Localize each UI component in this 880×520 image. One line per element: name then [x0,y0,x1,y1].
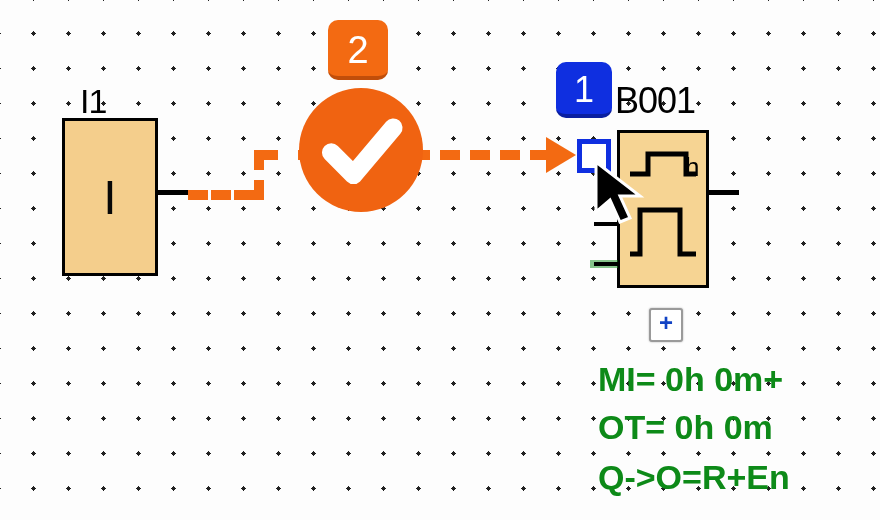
connection-valid-check-icon [299,88,423,212]
block-b001-expand-button[interactable]: + [649,308,683,342]
block-b001-param-mi: MI= 0h 0m+ [598,360,783,399]
connection-arrowhead-icon [546,137,576,173]
block-b001-param-ot: OT= 0h 0m [598,408,773,447]
block-i1-label: I1 [80,82,106,121]
connection-seg [410,150,550,160]
block-b001-label: B001 [615,80,695,122]
block-b001-input-trg[interactable] [577,139,611,173]
block-i1[interactable]: I [62,118,158,276]
block-b001-input-r[interactable] [594,222,618,226]
block-i1-output-stub[interactable] [158,190,188,195]
plus-icon: + [659,309,673,336]
step-callout-2: 2 [328,20,388,80]
block-b001-corner-letter: h [685,152,699,183]
block-b001-input-par[interactable] [594,262,618,266]
editor-canvas[interactable]: I1 I 2 B001 1 h + MI= 0h 0m+ OT= 0h 0 [0,0,880,520]
block-b001-param-qexpr: Q->O=R+En [598,458,790,497]
step-callout-1: 1 [556,62,612,118]
block-b001-output-stub[interactable] [709,190,739,195]
block-i1-symbol: I [103,170,116,225]
connection-seg [188,190,254,200]
